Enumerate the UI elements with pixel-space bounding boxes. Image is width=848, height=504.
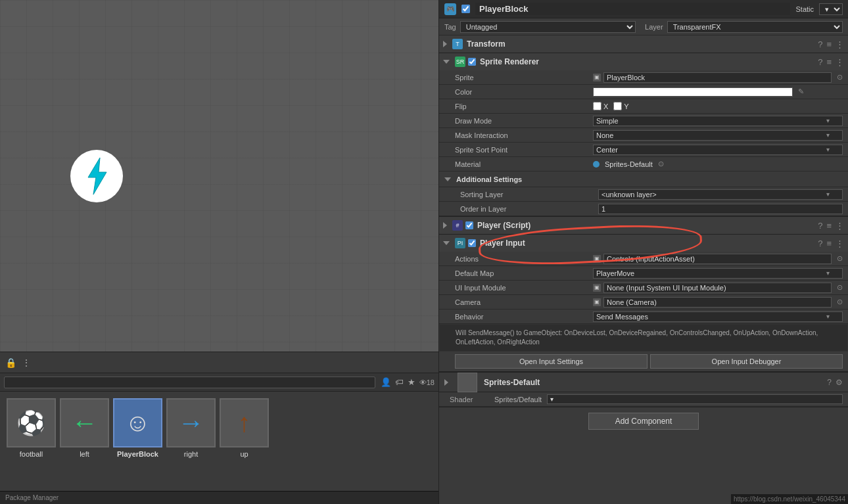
material-property-row: Material Sprites-Default ⊙ [439, 157, 848, 172]
sprite-renderer-expand-arrow [443, 60, 450, 64]
sprite-renderer-icon: SR [455, 57, 465, 67]
asset-label: football [20, 450, 43, 458]
draw-mode-label: Draw Mode [455, 117, 593, 125]
player-input-icon: PI [455, 238, 465, 248]
material-name: Sprites-Default [484, 378, 540, 387]
static-dropdown[interactable]: ▾ [819, 3, 843, 15]
material-section-header: Sprites-Default ? ⚙ [439, 373, 848, 392]
scene-viewport [0, 0, 438, 352]
actions-field-text[interactable]: Controls (InputActionAsset) [603, 254, 832, 264]
sr-settings-icon[interactable]: ≡ [826, 57, 832, 67]
sr-help-icon[interactable]: ? [818, 57, 822, 67]
star-icon[interactable]: ★ [408, 377, 415, 387]
sprite-renderer-name: Sprite Renderer [480, 57, 539, 66]
open-input-settings-button[interactable]: Open Input Settings [455, 354, 648, 369]
layer-label: Layer [645, 23, 663, 31]
football-icon: ⚽ [16, 409, 46, 437]
tag-select[interactable]: Untagged [460, 21, 636, 33]
color-edit-icon[interactable]: ✎ [798, 87, 804, 96]
sprite-label: Sprite [455, 74, 593, 81]
flip-y-item: Y [613, 102, 628, 110]
flip-value: X Y [593, 102, 843, 110]
transform-help-icon[interactable]: ? [818, 39, 822, 49]
default-map-select[interactable]: PlayerMove [593, 268, 843, 279]
pi-help-icon[interactable]: ? [818, 239, 822, 248]
ui-input-module-label: UI Input Module [455, 284, 593, 292]
camera-link-icon[interactable]: ⊙ [837, 298, 843, 306]
actions-property-row: Actions ▣ Controls (InputActionAsset) ⊙ [439, 252, 848, 266]
player-script-expand-arrow [443, 222, 447, 229]
mask-interaction-select[interactable]: None [593, 130, 843, 141]
ps-help-icon[interactable]: ? [818, 221, 822, 231]
player-input-component: PI Player Input ? ≡ ⋮ Actions ▣ Controls… [439, 235, 848, 372]
package-manager-label: Package Manager [5, 494, 59, 501]
eye-icon: 👁 [419, 378, 427, 386]
camera-field-text[interactable]: None (Camera) [603, 297, 832, 308]
playerblock-face-icon: ☺ [125, 409, 151, 437]
layer-select[interactable]: TransparentFX [667, 21, 843, 33]
sprite-renderer-header[interactable]: SR Sprite Renderer ? ≡ ⋮ [439, 53, 848, 70]
ps-menu-icon[interactable]: ⋮ [836, 221, 844, 231]
flip-y-checkbox[interactable] [613, 102, 622, 110]
tag-layer-row: Tag Untagged Layer TransparentFX [439, 18, 848, 35]
lock-icon[interactable]: 🔒 [5, 357, 16, 368]
sprite-field-text[interactable]: PlayerBlock [603, 72, 832, 83]
sprite-sort-point-property-row: Sprite Sort Point Center [439, 143, 848, 157]
list-item[interactable]: → right [166, 398, 216, 458]
ps-settings-icon[interactable]: ≡ [826, 221, 832, 231]
list-item[interactable]: ← left [60, 398, 109, 458]
material-help-icon[interactable]: ? [827, 378, 832, 387]
sr-menu-icon[interactable]: ⋮ [836, 57, 844, 67]
player-script-header[interactable]: # Player (Script) ? ≡ ⋮ [439, 217, 848, 234]
shader-select[interactable]: ▾ [547, 394, 843, 404]
material-settings-icon[interactable]: ⚙ [836, 378, 843, 387]
additional-settings-section[interactable]: Additional Settings [439, 172, 848, 187]
asset-search-input[interactable] [4, 377, 375, 388]
scene-bottom-bar: 🔒 ⋮ [0, 352, 438, 373]
sorting-layer-value: <unknown layer> [598, 189, 843, 200]
player-script-checkbox[interactable] [465, 221, 473, 229]
ui-input-link-icon[interactable]: ⊙ [837, 283, 843, 292]
player-input-header[interactable]: PI Player Input ? ≡ ⋮ [439, 235, 848, 252]
eye-count: 👁18 [419, 378, 435, 386]
behavior-select[interactable]: Send Messages [593, 311, 843, 322]
pi-settings-icon[interactable]: ≡ [826, 239, 832, 248]
active-checkbox[interactable] [461, 5, 470, 13]
asset-toolbar-icons: 👤 🏷 ★ 👁18 [381, 377, 435, 387]
tag-icon[interactable]: 🏷 [395, 377, 404, 387]
sorting-layer-select[interactable]: <unknown layer> [598, 189, 843, 200]
color-picker[interactable] [593, 87, 793, 97]
player-input-checkbox[interactable] [468, 239, 476, 247]
color-property-row: Color ✎ [439, 85, 848, 99]
actions-link-icon[interactable]: ⊙ [837, 254, 843, 263]
material-value-text[interactable]: Sprites-Default [605, 160, 653, 168]
material-link-icon[interactable]: ⊙ [658, 160, 664, 168]
behavior-label: Behavior [455, 313, 593, 321]
sprite-link-icon[interactable]: ⊙ [837, 73, 843, 81]
player-input-buttons: Open Input Settings Open Input Debugger [439, 352, 848, 371]
person-icon[interactable]: 👤 [381, 377, 391, 387]
add-component-button[interactable]: Add Component [588, 413, 699, 430]
list-item[interactable]: ⚽ football [7, 398, 56, 458]
list-item[interactable]: ↑ up [220, 398, 269, 458]
list-item[interactable]: ☺ PlayerBlock [113, 398, 162, 458]
mask-interaction-value: None [593, 130, 843, 141]
sprite-sort-point-select[interactable]: Center [593, 145, 843, 155]
ui-input-field-text[interactable]: None (Input System UI Input Module) [603, 283, 832, 293]
transform-menu-icon[interactable]: ⋮ [836, 39, 844, 49]
game-object-name[interactable]: PlayerBlock [475, 3, 790, 15]
package-manager-bar[interactable]: Package Manager [0, 491, 438, 504]
transform-settings-icon[interactable]: ≡ [826, 39, 832, 49]
open-input-debugger-button[interactable]: Open Input Debugger [650, 354, 843, 369]
draw-mode-select[interactable]: Simple [593, 116, 843, 126]
transform-component-header[interactable]: T Transform ? ≡ ⋮ [439, 35, 848, 53]
sprite-renderer-component: SR Sprite Renderer ? ≡ ⋮ Sprite ▣ Player… [439, 53, 848, 217]
draw-mode-value: Simple [593, 116, 843, 126]
sprite-renderer-checkbox[interactable] [468, 58, 476, 66]
shader-value: Sprites/Default [494, 396, 542, 403]
flip-x-checkbox[interactable] [593, 102, 601, 110]
material-label: Material [455, 160, 593, 168]
pi-menu-icon[interactable]: ⋮ [836, 239, 844, 248]
scene-menu-icon[interactable]: ⋮ [22, 357, 31, 368]
order-in-layer-input[interactable] [598, 204, 843, 214]
